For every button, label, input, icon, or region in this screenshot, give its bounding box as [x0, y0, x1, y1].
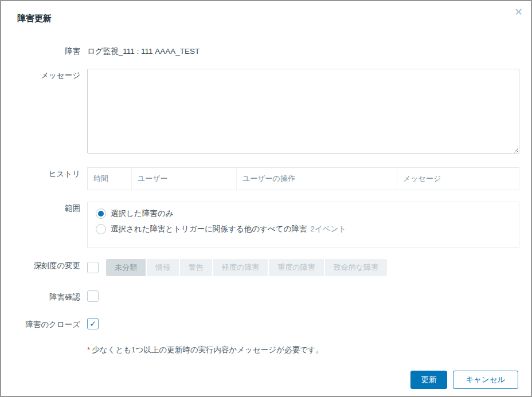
severity-information-button[interactable]: 情報 [147, 259, 180, 276]
close-problem-row: 障害のクローズ ✓ [13, 318, 519, 331]
message-label: メッセージ [13, 69, 80, 80]
problem-row: 障害 ログ監視_111 : 111 AAAA_TEST [13, 45, 519, 56]
message-textarea[interactable] [87, 69, 519, 154]
dialog-title: 障害更新 [17, 13, 519, 24]
message-row: メッセージ [13, 69, 519, 156]
close-problem-checkbox[interactable]: ✓ [87, 318, 99, 329]
severity-checkbox[interactable] [87, 262, 99, 273]
scope-label: 範囲 [13, 202, 80, 213]
update-button[interactable]: 更新 [410, 371, 447, 389]
required-asterisk: * [87, 345, 90, 354]
scope-option-label[interactable]: 選択された障害とトリガーに関係する他のすべての障害 [111, 224, 307, 234]
event-count-link[interactable]: 2イベント [310, 224, 346, 234]
severity-row: 深刻度の変更 未分類 情報 警告 軽度の障害 重度の障害 致命的な障害 [13, 259, 519, 277]
radio-unchecked-icon[interactable] [96, 224, 106, 234]
scope-row: 範囲 選択した障害のみ 選択された障害とトリガーに関係する他のすべての障害 2イ… [13, 202, 519, 247]
history-row: ヒストリ 時間 ユーザー ユーザーの操作 メッセージ [13, 167, 519, 190]
acknowledge-row: 障害確認 [13, 290, 519, 303]
close-icon[interactable]: ✕ [514, 7, 523, 17]
scope-box: 選択した障害のみ 選択された障害とトリガーに関係する他のすべての障害 2イベント [87, 202, 519, 247]
scope-option-related-problems[interactable]: 選択された障害とトリガーに関係する他のすべての障害 2イベント [96, 224, 511, 234]
severity-warning-button[interactable]: 警告 [180, 259, 213, 276]
severity-not-classified-button[interactable]: 未分類 [106, 259, 147, 276]
severity-disaster-button[interactable]: 致命的な障害 [325, 259, 387, 276]
problem-update-dialog: ✕ 障害更新 障害 ログ監視_111 : 111 AAAA_TEST メッセージ… [0, 0, 532, 397]
acknowledge-checkbox[interactable] [87, 290, 99, 302]
check-icon: ✓ [89, 320, 96, 328]
problem-value: ログ監視_111 : 111 AAAA_TEST [87, 45, 519, 57]
severity-average-button[interactable]: 軽度の障害 [213, 259, 269, 276]
acknowledge-label: 障害確認 [13, 290, 80, 302]
history-header-message: メッセージ [397, 168, 519, 190]
dialog-footer: 更新 キャンセル [13, 371, 519, 389]
cancel-button[interactable]: キャンセル [453, 371, 518, 389]
radio-checked-icon[interactable] [96, 209, 106, 219]
history-table: 時間 ユーザー ユーザーの操作 メッセージ [87, 167, 519, 190]
problem-label: 障害 [13, 45, 80, 56]
warning-row: *少なくとも1つ以上の更新時の実行内容かメッセージが必要です。 [13, 344, 519, 355]
scope-option-label[interactable]: 選択した障害のみ [111, 209, 173, 219]
severity-button-group: 未分類 情報 警告 軽度の障害 重度の障害 致命的な障害 [106, 259, 387, 276]
history-header-time: 時間 [88, 168, 132, 190]
history-header-action: ユーザーの操作 [237, 168, 397, 190]
history-header-user: ユーザー [132, 168, 237, 190]
severity-label: 深刻度の変更 [13, 259, 80, 270]
scope-option-selected-only[interactable]: 選択した障害のみ [96, 209, 511, 219]
close-problem-label: 障害のクローズ [13, 318, 80, 329]
history-label: ヒストリ [13, 167, 80, 179]
warning-text: 少なくとも1つ以上の更新時の実行内容かメッセージが必要です。 [92, 345, 323, 354]
severity-high-button[interactable]: 重度の障害 [269, 259, 324, 276]
